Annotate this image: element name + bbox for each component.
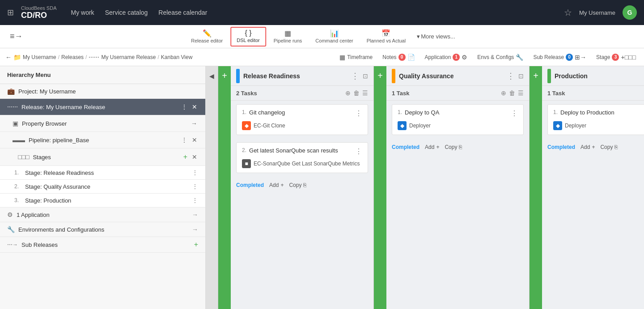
sub-release-action[interactable]: Sub Release 0 ⊞→ <box>530 53 589 62</box>
sub-release-label: Sub Release <box>533 54 564 60</box>
sidebar-stage-1[interactable]: 1. Stage: Release Readiness ⋮ <box>0 166 205 180</box>
col2-add-task-icon[interactable]: ⊕ <box>501 89 506 97</box>
application-action[interactable]: Application 1 ⚙ <box>422 53 470 62</box>
col2-copy-label: Copy <box>445 144 457 150</box>
kanban-card-git-changelog[interactable]: 1. Git changelog ⋮ ◆ EC-Git Clone <box>236 104 368 135</box>
sidebar-sub-releases[interactable]: ⋯→ Sub Releases + <box>0 237 205 253</box>
col1-add-strip[interactable]: + <box>218 66 231 309</box>
col1-menu-btn[interactable]: ⋮ <box>351 71 359 81</box>
col2-copy-btn[interactable]: Copy ⎘ <box>445 144 462 150</box>
sidebar-item-project[interactable]: 💼 Project: My Username <box>0 84 205 99</box>
kanban-collapse-btn[interactable]: ◀ <box>206 66 218 309</box>
kanban-card-deploy-production[interactable]: 1. Deploy to Production ⋮ ◆ Deployer <box>547 104 644 135</box>
release-more-btn[interactable]: ⋮ <box>180 102 188 111</box>
stages-close-btn[interactable]: ✕ <box>191 152 198 161</box>
breadcrumb-back-btn[interactable]: ← <box>5 54 12 61</box>
breadcrumb: ← 📁 My Username / Releases / ⋯⋯ My Usern… <box>5 54 333 61</box>
top-nav-username[interactable]: My Username <box>579 9 615 16</box>
avatar[interactable]: G <box>623 5 637 20</box>
nav-my-work[interactable]: My work <box>71 7 94 18</box>
planned-vs-actual-btn[interactable]: 📅 Planned vs Actual <box>361 27 411 47</box>
sub-releases-add-btn[interactable]: + <box>194 241 198 249</box>
col3-add-plus-icon: + <box>592 144 595 150</box>
stage-3-more-btn[interactable]: ⋮ <box>192 197 198 204</box>
col3-copy-btn[interactable]: Copy ⎘ <box>600 144 618 150</box>
col1-delete-icon[interactable]: 🗑 <box>353 89 360 97</box>
kanban-card-deploy-qa[interactable]: 1. Deploy to QA ⋮ ◆ Deployer <box>392 104 524 135</box>
more-views-btn[interactable]: ▾ More views... <box>413 31 459 42</box>
release-editor-btn[interactable]: ✏️ Release editor <box>185 27 229 47</box>
property-browser-nav-btn[interactable]: → <box>190 119 198 128</box>
kanban-col-quality-assurance: + Quality Assurance ⋮ ⊡ 1 Task ⊕ 🗑 ☰ <box>374 66 530 309</box>
pipeline-runs-btn[interactable]: ▦ Pipeline runs <box>268 27 308 47</box>
col1-copy-btn[interactable]: Copy ⎘ <box>289 182 306 188</box>
more-views-label: More views... <box>421 33 455 40</box>
stages-label: Stages <box>33 154 178 161</box>
sidebar-item-property-browser[interactable]: ▣ Property Browser → <box>0 115 205 132</box>
dsl-editor-btn[interactable]: { } DSL editor <box>230 27 266 47</box>
sidebar-applications[interactable]: ⚙ 1 Application → <box>0 207 205 222</box>
notes-count: 0 <box>398 54 406 61</box>
card2-title: Get latest SonarQube scan results <box>249 147 352 154</box>
col2-list-icon[interactable]: ☰ <box>518 89 524 97</box>
stage-1-more-btn[interactable]: ⋮ <box>192 169 198 176</box>
grid-icon[interactable]: ⊞ <box>7 8 14 17</box>
col3-copy-label: Copy <box>600 144 613 150</box>
col2-menu-btn[interactable]: ⋮ <box>507 71 515 81</box>
release-icon: ⋯⋯ <box>7 104 18 110</box>
col2-add-btn[interactable]: Add + <box>425 144 439 150</box>
col2-count-label: 1 Task <box>392 90 410 97</box>
sidebar-stage-2[interactable]: 2. Stage: Quality Assurance ⋮ <box>0 180 205 194</box>
release-close-btn[interactable]: ✕ <box>191 102 198 111</box>
col2-tasks-count: 1 Task ⊕ 🗑 ☰ <box>386 86 529 101</box>
timeframe-action[interactable]: ▦ Timeframe <box>337 53 375 62</box>
col1-add-task-icon[interactable]: ⊕ <box>345 89 351 97</box>
col2-add-strip[interactable]: + <box>374 66 386 309</box>
col3-tasks-count: 1 Task ⊕ 🗑 ☰ <box>542 86 644 101</box>
nav-release-calendar[interactable]: Release calendar <box>158 7 207 18</box>
dsl-editor-label: DSL editor <box>237 38 260 43</box>
col1-add-label: Add <box>269 182 279 188</box>
prod-card1-num: 1. <box>553 109 558 115</box>
col2-indicator <box>392 69 395 83</box>
card2-menu-btn[interactable]: ⋮ <box>355 147 362 156</box>
sub-release-icon: ⊞→ <box>575 54 586 61</box>
col3-add-strip[interactable]: + <box>530 66 542 309</box>
envs-configs-action[interactable]: Envs & Configs 🔧 <box>475 53 526 62</box>
col2-add-label: Add <box>425 144 434 150</box>
sidebar-item-pipeline[interactable]: ▬▬ Pipeline: pipeline_Base ⋮ ✕ <box>0 132 205 148</box>
applications-nav-btn[interactable]: → <box>192 211 198 218</box>
col2-footer: Completed Add + Copy ⎘ <box>386 140 529 154</box>
col2-delete-icon[interactable]: 🗑 <box>509 89 515 97</box>
stage-2-more-btn[interactable]: ⋮ <box>192 183 198 190</box>
col1-list-icon[interactable]: ☰ <box>362 89 368 97</box>
command-center-btn[interactable]: 📊 Command center <box>309 27 359 47</box>
col3-indicator <box>547 69 551 83</box>
col2-collapse-btn[interactable]: ⊡ <box>518 72 524 80</box>
col1-add-btn[interactable]: Add + <box>269 182 284 188</box>
col3-add-btn[interactable]: Add + <box>580 144 595 150</box>
application-icon: ⚙ <box>462 54 467 61</box>
sidebar-item-release[interactable]: ⋯⋯ Release: My Username Release ⋮ ✕ <box>0 99 205 115</box>
nav-service-catalog[interactable]: Service catalog <box>105 7 148 18</box>
sidebar-item-stages[interactable]: □□□ Stages + ✕ <box>0 148 205 166</box>
kanban-card-sonarqube[interactable]: 2. Get latest SonarQube scan results ⋮ ■… <box>236 142 368 173</box>
col1-copy-icon: ⎘ <box>303 182 306 188</box>
favorites-icon[interactable]: ☆ <box>564 7 572 18</box>
sidebar-environments[interactable]: 🔧 Environments and Configurations → <box>0 222 205 237</box>
sidebar-stage-3[interactable]: 3. Stage: Production ⋮ <box>0 194 205 207</box>
environments-nav-btn[interactable]: → <box>192 226 198 233</box>
stages-add-btn[interactable]: + <box>182 152 188 162</box>
pipeline-more-btn[interactable]: ⋮ <box>180 135 188 144</box>
card1-menu-btn[interactable]: ⋮ <box>355 109 362 118</box>
col1-collapse-btn[interactable]: ⊡ <box>363 72 368 80</box>
notes-action[interactable]: Notes 0 📄 <box>380 53 417 62</box>
pipeline-close-btn[interactable]: ✕ <box>191 135 198 144</box>
applications-icon: ⚙ <box>7 211 13 218</box>
sidebar-toggle-icon[interactable]: ≡→ <box>7 29 25 44</box>
toolbar-center: ✏️ Release editor { } DSL editor ▦ Pipel… <box>185 27 459 47</box>
stage-action[interactable]: Stage 3 +□□□ <box>593 53 639 62</box>
col1-add-plus-icon: + <box>280 182 284 188</box>
card2-tool-name: EC-SonarQube Get Last SonarQube Metrics <box>254 161 360 167</box>
qa-card1-menu-btn[interactable]: ⋮ <box>511 109 518 118</box>
